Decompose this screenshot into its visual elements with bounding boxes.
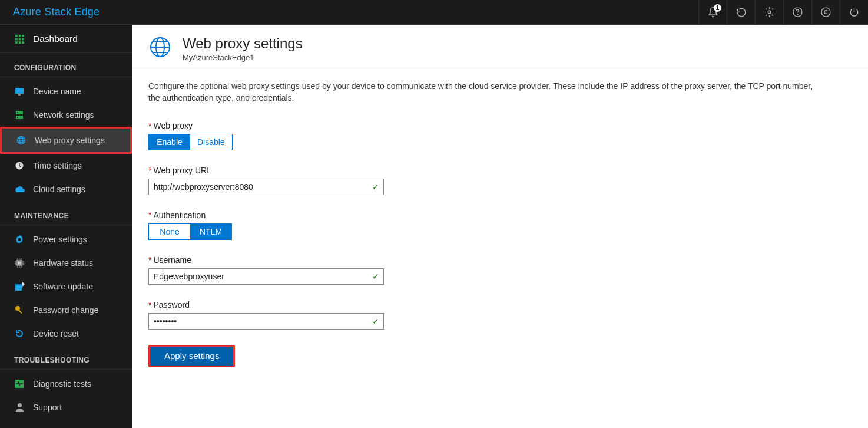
svg-rect-23 bbox=[18, 262, 21, 265]
sidebar-item-dashboard[interactable]: Dashboard bbox=[0, 25, 132, 53]
svg-point-29 bbox=[18, 403, 22, 407]
settings-button[interactable] bbox=[755, 0, 783, 24]
server-icon bbox=[14, 110, 25, 120]
field-label: *Web proxy bbox=[148, 121, 822, 130]
svg-rect-15 bbox=[16, 111, 23, 114]
svg-rect-16 bbox=[16, 116, 23, 119]
svg-rect-25 bbox=[15, 284, 22, 285]
field-web-proxy: *Web proxy Enable Disable bbox=[148, 121, 822, 150]
field-label: *Username bbox=[148, 255, 822, 265]
field-authentication: *Authentication None NTLM bbox=[148, 210, 822, 240]
topbar: Azure Stack Edge 1 bbox=[0, 0, 868, 25]
copyright-button[interactable] bbox=[811, 0, 840, 24]
sidebar-item-label: Network settings bbox=[33, 110, 94, 120]
sidebar-item-network-settings[interactable]: Network settings bbox=[0, 103, 132, 127]
globe-icon bbox=[148, 35, 172, 61]
notifications-button[interactable]: 1 bbox=[698, 0, 727, 24]
sidebar-item-label: Power settings bbox=[33, 235, 87, 244]
grid-icon bbox=[14, 34, 25, 44]
cloud-icon bbox=[14, 184, 25, 195]
sidebar-item-time-settings[interactable]: Time settings bbox=[0, 154, 132, 177]
web-proxy-enable[interactable]: Enable bbox=[149, 134, 190, 150]
sidebar-item-password-change[interactable]: Password change bbox=[0, 298, 132, 322]
sidebar-item-support[interactable]: Support bbox=[0, 396, 132, 419]
page-description: Configure the optional web proxy setting… bbox=[148, 80, 822, 104]
svg-rect-13 bbox=[15, 88, 24, 94]
gear-icon bbox=[14, 234, 25, 245]
web-proxy-toggle: Enable Disable bbox=[148, 134, 233, 150]
key-icon bbox=[14, 305, 25, 315]
field-web-proxy-url: *Web proxy URL ✓ bbox=[148, 166, 822, 195]
sidebar-item-label: Dashboard bbox=[33, 34, 78, 44]
globe-icon bbox=[16, 135, 26, 146]
field-label: *Password bbox=[148, 300, 822, 310]
sidebar-item-label: Password change bbox=[33, 305, 98, 315]
sidebar-item-label: Device name bbox=[33, 87, 81, 96]
monitor-icon bbox=[14, 86, 25, 97]
username-input[interactable] bbox=[148, 268, 384, 285]
page-title: Web proxy settings bbox=[183, 35, 303, 52]
svg-rect-5 bbox=[18, 35, 21, 37]
main-content: Web proxy settings MyAzureStackEdge1 Con… bbox=[132, 25, 868, 428]
svg-rect-12 bbox=[22, 41, 24, 44]
svg-point-0 bbox=[768, 11, 771, 14]
sidebar-item-power-settings[interactable]: Power settings bbox=[0, 228, 132, 251]
svg-rect-27 bbox=[18, 310, 22, 314]
sidebar-item-label: Support bbox=[33, 403, 62, 412]
pulse-icon bbox=[14, 378, 25, 389]
power-button[interactable] bbox=[840, 0, 868, 24]
svg-rect-4 bbox=[15, 35, 18, 37]
sidebar-heading-troubleshooting: TROUBLESHOOTING bbox=[0, 345, 132, 370]
sidebar-item-label: Diagnostic tests bbox=[33, 379, 91, 389]
sidebar-item-highlight: Web proxy settings bbox=[0, 127, 132, 154]
auth-ntlm[interactable]: NTLM bbox=[190, 224, 231, 239]
refresh-button[interactable] bbox=[727, 0, 755, 24]
chip-icon bbox=[14, 258, 25, 268]
sidebar-item-label: Cloud settings bbox=[33, 185, 85, 194]
apply-settings-button[interactable]: Apply settings bbox=[150, 347, 233, 366]
sidebar-item-diagnostic-tests[interactable]: Diagnostic tests bbox=[0, 372, 132, 396]
notification-badge: 1 bbox=[714, 4, 721, 12]
sidebar-item-device-reset[interactable]: Device reset bbox=[0, 322, 132, 345]
person-icon bbox=[14, 402, 25, 413]
password-input[interactable] bbox=[148, 313, 384, 330]
update-icon bbox=[14, 281, 25, 292]
svg-point-26 bbox=[15, 306, 20, 311]
sidebar-heading-configuration: CONFIGURATION bbox=[0, 53, 132, 77]
sidebar-item-cloud-settings[interactable]: Cloud settings bbox=[0, 177, 132, 201]
page-subtitle: MyAzureStackEdge1 bbox=[183, 53, 303, 62]
svg-rect-6 bbox=[22, 35, 24, 37]
sidebar-item-software-update[interactable]: Software update bbox=[0, 275, 132, 298]
svg-rect-9 bbox=[22, 38, 24, 40]
page-header: Web proxy settings MyAzureStackEdge1 bbox=[132, 25, 868, 67]
refresh-icon bbox=[14, 328, 25, 339]
sidebar-item-label: Time settings bbox=[33, 161, 82, 170]
sidebar-item-label: Software update bbox=[33, 282, 93, 291]
svg-rect-11 bbox=[18, 41, 21, 44]
web-proxy-disable[interactable]: Disable bbox=[190, 134, 232, 150]
sidebar-heading-maintenance: MAINTENANCE bbox=[0, 201, 132, 225]
sidebar-item-hardware-status[interactable]: Hardware status bbox=[0, 251, 132, 275]
svg-rect-8 bbox=[18, 38, 21, 40]
svg-point-18 bbox=[17, 117, 18, 118]
sidebar-item-label: Hardware status bbox=[33, 258, 93, 268]
sidebar: Dashboard CONFIGURATION Device name Netw… bbox=[0, 25, 132, 428]
sidebar-item-web-proxy-settings[interactable]: Web proxy settings bbox=[2, 129, 130, 152]
sidebar-item-device-name[interactable]: Device name bbox=[0, 80, 132, 103]
web-proxy-url-input[interactable] bbox=[148, 179, 384, 195]
svg-point-3 bbox=[821, 8, 830, 17]
clock-icon bbox=[14, 160, 25, 171]
apply-button-highlight: Apply settings bbox=[148, 345, 235, 367]
svg-point-2 bbox=[797, 14, 798, 15]
field-label: *Authentication bbox=[148, 210, 822, 220]
svg-rect-7 bbox=[15, 38, 18, 40]
authentication-toggle: None NTLM bbox=[148, 223, 232, 240]
auth-none[interactable]: None bbox=[149, 224, 190, 239]
svg-rect-10 bbox=[15, 41, 18, 44]
sidebar-item-label: Web proxy settings bbox=[35, 136, 105, 145]
field-username: *Username ✓ bbox=[148, 255, 822, 285]
help-button[interactable] bbox=[783, 0, 811, 24]
brand-title: Azure Stack Edge bbox=[0, 6, 112, 18]
sidebar-item-label: Device reset bbox=[33, 329, 79, 338]
svg-rect-14 bbox=[18, 94, 21, 96]
